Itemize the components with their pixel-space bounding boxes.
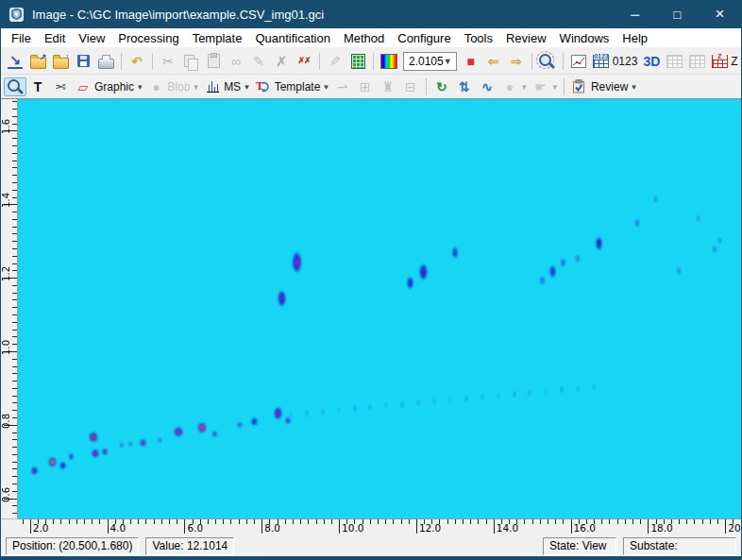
menu-file[interactable]: File bbox=[5, 30, 38, 46]
minimize-button[interactable]: ─ bbox=[614, 0, 656, 28]
tick bbox=[378, 519, 379, 524]
zoom-overview-icon[interactable] bbox=[536, 52, 559, 71]
copy-icon[interactable] bbox=[179, 52, 202, 71]
tick bbox=[532, 519, 533, 524]
zoom-tool[interactable] bbox=[4, 77, 26, 96]
forward-icon[interactable]: ⇒ bbox=[505, 52, 528, 71]
menu-edit[interactable]: Edit bbox=[38, 30, 72, 46]
toolbar-separator bbox=[563, 53, 564, 70]
tick bbox=[656, 519, 657, 524]
values-table-icon[interactable]: 01230123 bbox=[590, 52, 641, 71]
chromatogram-image[interactable] bbox=[18, 99, 741, 518]
menu-review[interactable]: Review bbox=[499, 30, 553, 46]
blob bbox=[196, 418, 208, 434]
tick bbox=[285, 519, 286, 524]
tick bbox=[363, 519, 363, 524]
back-icon[interactable]: ⇐ bbox=[482, 52, 505, 71]
tick bbox=[509, 519, 510, 524]
tick bbox=[717, 519, 718, 524]
delete-all-icon[interactable]: ✗✗ bbox=[293, 52, 315, 71]
review-menu-label: Review bbox=[591, 80, 628, 93]
scissors-tool[interactable]: ✂ bbox=[49, 77, 72, 96]
menu-method[interactable]: Method bbox=[337, 30, 391, 46]
template-menu[interactable]: TTemplate▾ bbox=[252, 77, 331, 96]
tick bbox=[12, 219, 17, 220]
menu-windows[interactable]: Windows bbox=[553, 30, 616, 46]
menu-template[interactable]: Template bbox=[186, 30, 249, 46]
toolbar-separator bbox=[564, 78, 565, 95]
chromatogram-icon[interactable]: ⇅ bbox=[453, 77, 476, 96]
tick bbox=[261, 519, 262, 534]
cut-icon[interactable]: ✂ bbox=[157, 52, 179, 71]
y-tick-label: 1.2 bbox=[1, 266, 11, 281]
edit-pen-icon[interactable]: ✎ bbox=[247, 52, 270, 71]
review-menu[interactable]: Review▾ bbox=[568, 77, 639, 96]
tick bbox=[12, 336, 17, 337]
open-image-icon[interactable]: ↗ bbox=[26, 52, 49, 71]
colormap-icon[interactable] bbox=[378, 52, 400, 71]
menu-help[interactable]: Help bbox=[616, 30, 654, 46]
print-icon[interactable] bbox=[94, 52, 117, 71]
blob-table-icon[interactable] bbox=[663, 52, 685, 71]
template-apply-icon: ⇀ bbox=[334, 78, 351, 95]
combo-value: 2.0105 bbox=[409, 55, 444, 68]
template-apply-icon[interactable]: ⇀ bbox=[331, 77, 354, 96]
template-save-icon[interactable]: ⊟ bbox=[399, 77, 422, 96]
recompute-icon[interactable]: ↻ bbox=[430, 77, 453, 96]
stamp-icon[interactable]: ♜ bbox=[377, 77, 399, 96]
tick bbox=[12, 101, 17, 102]
tick bbox=[145, 519, 146, 524]
copy-attributes-icon[interactable]: ∞ bbox=[225, 52, 247, 71]
ms-menu[interactable]: MS▾ bbox=[201, 77, 252, 96]
chevron-down-icon: ▼ bbox=[444, 57, 456, 66]
3d-view-icon[interactable]: 3D bbox=[640, 52, 663, 71]
paste-icon[interactable] bbox=[202, 52, 225, 71]
hand-icon[interactable]: ☛▾ bbox=[529, 77, 560, 96]
tick bbox=[733, 519, 734, 524]
app-window: Image - C:\GC Image\import\example.CSV_i… bbox=[0, 0, 742, 560]
graphic-menu[interactable]: ▱Graphic▾ bbox=[72, 77, 145, 96]
menu-tools[interactable]: Tools bbox=[458, 30, 499, 46]
calculator-icon[interactable] bbox=[346, 52, 369, 71]
save-image-icon[interactable] bbox=[72, 52, 94, 71]
menu-bar: FileEditViewProcessingTemplateQuantifica… bbox=[1, 28, 741, 48]
template-add-icon[interactable]: ⊞ bbox=[354, 77, 377, 96]
close-button[interactable]: × bbox=[699, 0, 741, 28]
text-tool[interactable]: T bbox=[26, 77, 49, 96]
record-icon[interactable]: ■ bbox=[460, 52, 482, 71]
toolbar-separator bbox=[531, 53, 532, 70]
tick bbox=[12, 161, 17, 161]
smoothing-icon[interactable]: ∿ bbox=[476, 77, 498, 96]
tick bbox=[76, 519, 77, 524]
maximize-button[interactable]: □ bbox=[656, 0, 699, 28]
chevron-down-icon: ▾ bbox=[632, 82, 636, 92]
plot-icon[interactable] bbox=[567, 52, 590, 71]
group-table-icon[interactable] bbox=[685, 52, 708, 71]
delete-icon[interactable]: ✗ bbox=[270, 52, 293, 71]
blob bbox=[676, 264, 682, 276]
colormap-scale-combo[interactable]: 2.0105▼ bbox=[403, 52, 457, 71]
menu-configure[interactable]: Configure bbox=[391, 30, 457, 46]
tick bbox=[617, 519, 618, 524]
undo-icon[interactable]: ↶ bbox=[126, 52, 148, 71]
draw-pen-icon[interactable]: ✎ bbox=[324, 52, 346, 71]
tick bbox=[12, 314, 17, 315]
menu-view[interactable]: View bbox=[72, 30, 111, 46]
sphere-icon[interactable]: ●▾ bbox=[498, 77, 530, 96]
tick bbox=[571, 519, 572, 534]
value-indicator: Value: 12.1014 bbox=[145, 537, 234, 555]
tick bbox=[154, 519, 155, 524]
z-table-icon-label: Z bbox=[731, 55, 737, 68]
close-image-icon[interactable]: ↑ bbox=[49, 52, 72, 71]
title-bar: Image - C:\GC Image\import\example.CSV_i… bbox=[1, 0, 741, 28]
menu-quantification[interactable]: Quantification bbox=[248, 30, 337, 46]
chevron-down-icon: ▾ bbox=[324, 82, 329, 92]
import-image-icon[interactable]: ↘ bbox=[4, 52, 26, 71]
tick bbox=[548, 519, 548, 524]
blob-menu[interactable]: ●Blob▾ bbox=[145, 77, 202, 96]
tick bbox=[393, 519, 394, 524]
tick bbox=[609, 519, 610, 524]
menu-processing[interactable]: Processing bbox=[111, 30, 185, 46]
z-table-icon[interactable]: ZZ bbox=[708, 52, 740, 71]
template-add-icon: ⊞ bbox=[357, 78, 374, 95]
